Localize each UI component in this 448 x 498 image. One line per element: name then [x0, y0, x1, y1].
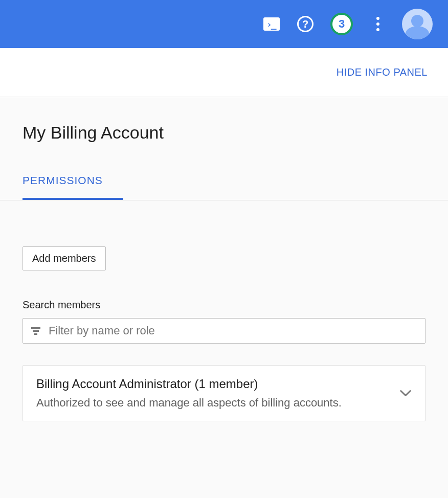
more-options-button[interactable]	[368, 14, 388, 34]
hide-info-panel-button[interactable]: HIDE INFO PANEL	[337, 66, 428, 78]
notification-badge: 3	[330, 13, 353, 35]
role-title: Billing Account Administrator (1 member)	[36, 377, 399, 391]
tab-permissions[interactable]: PERMISSIONS	[23, 174, 123, 200]
cloud-shell-icon	[263, 17, 280, 31]
search-input[interactable]	[49, 324, 418, 337]
role-text: Billing Account Administrator (1 member)…	[36, 377, 399, 410]
permissions-section: Add members Search members Billing Accou…	[23, 200, 425, 421]
role-description: Authorized to see and manage all aspects…	[36, 396, 399, 410]
account-avatar[interactable]	[402, 9, 433, 39]
chevron-down-icon	[399, 387, 412, 399]
notifications-button[interactable]: 3	[329, 12, 354, 36]
role-card[interactable]: Billing Account Administrator (1 member)…	[23, 365, 425, 421]
add-members-button[interactable]: Add members	[23, 246, 106, 270]
search-box[interactable]	[23, 318, 425, 344]
avatar-icon	[411, 15, 423, 27]
sub-header: HIDE INFO PANEL	[0, 48, 448, 97]
cloud-shell-button[interactable]	[262, 14, 281, 34]
help-button[interactable]: ?	[296, 14, 315, 34]
tabs-bar: PERMISSIONS	[0, 174, 448, 200]
page-title: My Billing Account	[23, 123, 425, 143]
search-members-label: Search members	[23, 299, 425, 311]
top-bar: ? 3	[0, 0, 448, 48]
more-vertical-icon	[376, 17, 379, 31]
main-content: My Billing Account PERMISSIONS Add membe…	[0, 97, 448, 421]
help-icon: ?	[297, 16, 313, 32]
filter-icon	[30, 325, 41, 336]
